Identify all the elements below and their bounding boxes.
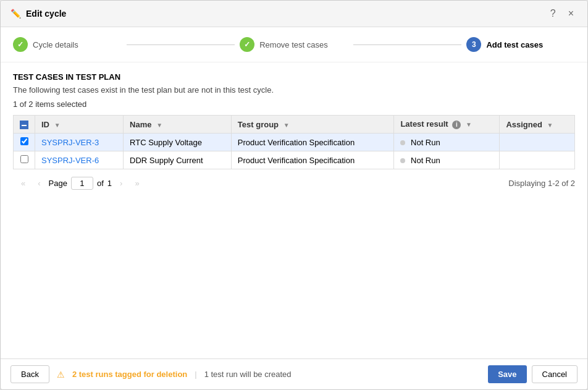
row-1-id: SYSPRJ-VER-3	[35, 134, 124, 151]
table-row: SYSPRJ-VER-6 DDR Supply Current Product …	[14, 151, 575, 169]
latest-result-info-icon[interactable]: i	[452, 121, 461, 129]
section-title: TEST CASES IN TEST PLAN	[13, 72, 575, 82]
next-page-button[interactable]: ›	[116, 177, 127, 190]
row-2-latest-result: Not Run	[394, 151, 500, 169]
section-desc: The following test cases exist in the te…	[13, 85, 575, 95]
prev-page-icon: ‹	[38, 179, 40, 188]
row-1-latest-result: Not Run	[394, 134, 500, 151]
first-page-icon: «	[21, 179, 25, 188]
step-2-circle: ✓	[240, 37, 254, 52]
row-2-checkbox-cell	[14, 151, 35, 169]
row-2-test-group: Product Verification Specification	[231, 151, 394, 169]
warning-icon: ⚠	[57, 370, 65, 379]
row-2-id: SYSPRJ-VER-6	[35, 151, 124, 169]
displaying-info: Displaying 1-2 of 2	[508, 179, 575, 188]
page-input[interactable]	[71, 177, 93, 190]
th-test-group: Test group ▼	[231, 116, 394, 134]
step-1-checkmark: ✓	[17, 40, 23, 49]
footer-right: Save Cancel	[488, 365, 578, 383]
pencil-icon: ✏️	[10, 9, 21, 19]
row-1-test-group: Product Verification Specification	[231, 134, 394, 151]
step-3-label: Add test cases	[486, 40, 543, 49]
dialog-title-text: Edit cycle	[26, 9, 66, 19]
th-id-label: ID	[41, 120, 49, 129]
prev-page-button[interactable]: ‹	[33, 177, 44, 190]
th-assigned-sort-icon[interactable]: ▼	[547, 122, 553, 129]
help-button[interactable]: ?	[547, 7, 560, 20]
footer-left: Back ⚠ 2 test runs tagged for deletion |…	[10, 365, 292, 383]
dialog-footer: Back ⚠ 2 test runs tagged for deletion |…	[1, 358, 587, 389]
th-checkbox	[14, 116, 35, 134]
dialog-title: ✏️ Edit cycle	[10, 9, 66, 19]
step-1-circle: ✓	[13, 37, 28, 52]
th-id-sort-icon[interactable]: ▼	[54, 122, 61, 129]
close-button[interactable]: ×	[565, 7, 578, 20]
step-connector-1	[127, 45, 235, 45]
dialog-header: ✏️ Edit cycle ? ×	[1, 1, 587, 27]
page-label: Page	[49, 179, 67, 188]
save-button[interactable]: Save	[488, 365, 526, 383]
row-2-checkbox[interactable]	[20, 155, 28, 163]
th-assigned-label: Assigned	[506, 120, 542, 129]
table-row: SYSPRJ-VER-3 RTC Supply Voltage Product …	[14, 134, 575, 151]
cancel-button[interactable]: Cancel	[532, 365, 578, 383]
row-1-checkbox[interactable]	[20, 137, 28, 145]
row-1-checkbox-cell	[14, 134, 35, 151]
test-cases-table: ID ▼ Name ▼ Test group ▼ Latest result i	[13, 115, 575, 169]
step-3-number: 3	[472, 40, 476, 49]
step-2-checkmark: ✓	[244, 40, 250, 49]
th-test-group-sort-icon[interactable]: ▼	[284, 122, 290, 129]
close-icon: ×	[568, 8, 574, 19]
row-2-name: DDR Supply Current	[124, 151, 232, 169]
select-all-checkbox[interactable]	[20, 121, 28, 129]
th-id: ID ▼	[35, 116, 124, 134]
step-connector-2	[353, 45, 462, 45]
th-latest-result-sort-icon[interactable]: ▼	[466, 121, 472, 128]
th-test-group-label: Test group	[238, 120, 279, 129]
wizard-steps: ✓ Cycle details ✓ Remove test cases 3 Ad…	[1, 27, 587, 62]
th-assigned: Assigned ▼	[500, 116, 575, 134]
dialog-body: TEST CASES IN TEST PLAN The following te…	[1, 62, 587, 358]
footer-info-text: 1 test run will be created	[204, 370, 292, 379]
last-page-button[interactable]: »	[130, 177, 143, 190]
th-name: Name ▼	[124, 116, 232, 134]
row-2-result-text: Not Run	[411, 156, 440, 165]
of-label: of	[97, 179, 104, 188]
row-1-status-dot	[400, 140, 405, 145]
row-1-assigned	[500, 134, 575, 151]
row-2-assigned	[500, 151, 575, 169]
total-pages: 1	[107, 179, 112, 188]
next-page-icon: ›	[120, 179, 122, 188]
wizard-step-2: ✓ Remove test cases	[240, 37, 348, 52]
footer-divider: |	[195, 370, 196, 379]
row-1-result-text: Not Run	[411, 138, 440, 147]
th-latest-result-label: Latest result	[400, 119, 448, 129]
header-actions: ? ×	[547, 7, 578, 20]
row-1-id-link[interactable]: SYSPRJ-VER-3	[41, 138, 99, 147]
step-3-circle: 3	[466, 37, 481, 52]
row-2-id-link[interactable]: SYSPRJ-VER-6	[41, 156, 99, 165]
wizard-step-3: 3 Add test cases	[466, 37, 575, 52]
row-1-name: RTC Supply Voltage	[124, 134, 232, 151]
th-latest-result: Latest result i ▼	[394, 116, 500, 134]
first-page-button[interactable]: «	[17, 177, 30, 190]
edit-cycle-dialog: ✏️ Edit cycle ? × ✓ Cycle details ✓ Remo…	[0, 0, 588, 390]
selection-info: 1 of 2 items selected	[13, 100, 575, 109]
help-icon: ?	[550, 8, 556, 19]
back-button[interactable]: Back	[10, 365, 49, 383]
pagination: « ‹ Page of 1 › »	[13, 171, 148, 196]
step-2-label: Remove test cases	[259, 40, 328, 49]
warning-text: 2 test runs tagged for deletion	[72, 370, 187, 379]
wizard-step-1: ✓ Cycle details	[13, 37, 122, 52]
table-header-row: ID ▼ Name ▼ Test group ▼ Latest result i	[14, 116, 575, 134]
step-1-label: Cycle details	[33, 40, 78, 49]
row-2-status-dot	[400, 158, 405, 163]
th-name-label: Name	[130, 120, 151, 129]
th-name-sort-icon[interactable]: ▼	[156, 122, 162, 129]
last-page-icon: »	[135, 179, 139, 188]
